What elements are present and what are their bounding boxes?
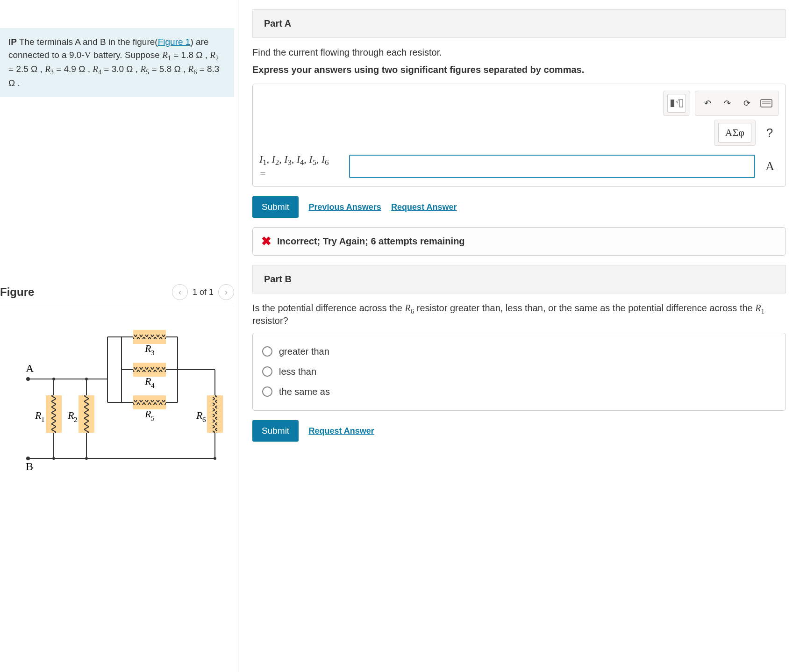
svg-text:R: R <box>67 409 74 421</box>
figure-prev-button[interactable]: ‹ <box>172 284 188 300</box>
svg-text:A: A <box>26 362 34 374</box>
svg-rect-10 <box>51 395 56 433</box>
svg-rect-55 <box>671 100 674 107</box>
templates-button[interactable]: √ <box>667 94 686 113</box>
keyboard-button[interactable] <box>758 94 775 113</box>
svg-point-53 <box>85 457 88 460</box>
reset-button[interactable]: ⟳ <box>738 94 755 113</box>
radio-group: greater than less than the same as <box>252 333 786 411</box>
part-a-prompt: Find the current flowing through each re… <box>252 47 786 58</box>
svg-point-54 <box>214 457 216 460</box>
svg-text:R: R <box>144 343 151 354</box>
part-b-header: Part B <box>252 265 786 293</box>
undo-button[interactable]: ↶ <box>699 94 716 113</box>
svg-rect-16 <box>84 395 89 433</box>
svg-text:4: 4 <box>151 382 155 389</box>
part-a-header: Part A <box>252 9 786 38</box>
svg-rect-33 <box>133 367 166 372</box>
svg-text:√: √ <box>676 98 679 105</box>
radio-icon <box>262 346 272 357</box>
figure-title: Figure <box>0 286 34 299</box>
previous-answers-link[interactable]: Previous Answers <box>308 202 381 212</box>
incorrect-icon: ✖ <box>261 234 271 249</box>
svg-point-52 <box>52 457 55 460</box>
feedback-text: Incorrect; Try Again; 6 attempts remaini… <box>277 236 465 247</box>
svg-rect-39 <box>133 400 166 405</box>
request-answer-link-b[interactable]: Request Answer <box>308 426 374 436</box>
svg-text:R: R <box>196 409 203 421</box>
help-button[interactable]: ? <box>760 120 779 146</box>
radio-icon <box>262 386 272 397</box>
variable-label: I1, I2, I3, I4, I5, I6= <box>259 153 343 180</box>
svg-rect-27 <box>133 335 166 339</box>
circuit-figure: A B R 1 R <box>0 304 234 498</box>
feedback-box: ✖ Incorrect; Try Again; 6 attempts remai… <box>252 227 786 256</box>
svg-text:R: R <box>35 409 42 421</box>
svg-rect-58 <box>761 100 772 107</box>
radio-icon <box>262 366 272 377</box>
svg-text:3: 3 <box>151 349 155 357</box>
part-a-instruction: Express your answers using two significa… <box>252 64 786 75</box>
svg-point-50 <box>52 378 55 380</box>
radio-option-less[interactable]: less than <box>262 362 776 382</box>
problem-prefix: IP <box>8 37 17 47</box>
figure-counter: 1 of 1 <box>193 287 214 297</box>
svg-rect-57 <box>679 100 683 107</box>
answer-input[interactable] <box>349 155 755 178</box>
submit-button-b[interactable]: Submit <box>252 420 299 442</box>
radio-option-same[interactable]: the same as <box>262 382 776 402</box>
svg-text:R: R <box>144 375 151 387</box>
unit-label: A <box>761 159 779 173</box>
svg-text:2: 2 <box>74 416 78 423</box>
request-answer-link-a[interactable]: Request Answer <box>391 202 457 212</box>
greek-button[interactable]: ΑΣφ <box>718 123 751 143</box>
svg-text:5: 5 <box>151 415 155 422</box>
svg-text:1: 1 <box>41 416 45 423</box>
svg-point-51 <box>85 378 88 380</box>
problem-statement: IP The terminals A and B in the figure(F… <box>0 28 234 97</box>
svg-rect-46 <box>213 395 217 433</box>
submit-button-a[interactable]: Submit <box>252 196 299 218</box>
svg-text:R: R <box>144 408 151 420</box>
svg-text:6: 6 <box>202 416 206 423</box>
figure-link[interactable]: Figure 1 <box>158 37 191 47</box>
radio-option-greater[interactable]: greater than <box>262 342 776 362</box>
redo-button[interactable]: ↷ <box>719 94 736 113</box>
part-b-prompt: Is the potential difference across the R… <box>252 303 786 326</box>
figure-next-button[interactable]: › <box>218 284 234 300</box>
svg-text:B: B <box>26 460 33 472</box>
answer-area: √ ↶ ↷ ⟳ ΑΣφ <box>252 84 786 187</box>
